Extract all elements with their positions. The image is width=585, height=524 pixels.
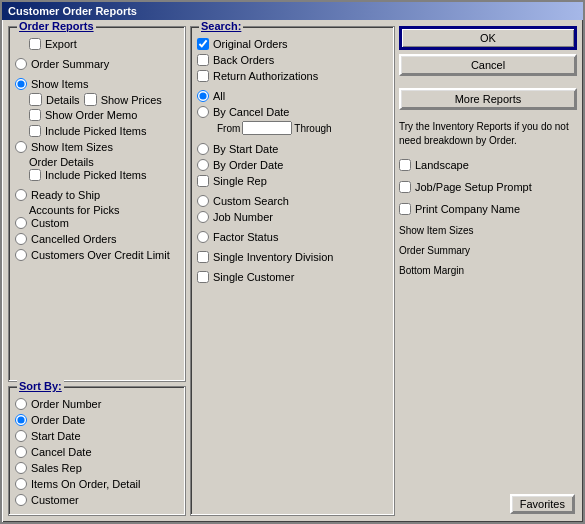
- include-picked-items-2-checkbox[interactable]: [29, 169, 41, 181]
- by-start-date-radio-item: By Start Date: [197, 142, 388, 156]
- single-customer-label: Single Customer: [213, 270, 294, 284]
- by-start-date-radio[interactable]: [197, 143, 209, 155]
- single-inventory-division-row: Single Inventory Division: [197, 250, 388, 264]
- order-date-radio[interactable]: [15, 414, 27, 426]
- sort-by-group: Sort By: Order Number Order Date Start D…: [8, 386, 186, 516]
- order-number-radio[interactable]: [15, 398, 27, 410]
- items-on-order-radio-item: Items On Order, Detail: [15, 477, 179, 491]
- back-orders-row: Back Orders: [197, 53, 388, 67]
- search-label: Search:: [199, 20, 243, 32]
- from-input[interactable]: [242, 121, 292, 135]
- show-item-sizes-radio[interactable]: [15, 141, 27, 153]
- start-date-radio[interactable]: [15, 430, 27, 442]
- order-date-label: Order Date: [31, 413, 85, 427]
- items-on-order-radio[interactable]: [15, 478, 27, 490]
- customers-over-credit-radio[interactable]: [15, 249, 27, 261]
- left-panel: Order Reports Export Order Summary: [8, 26, 186, 516]
- job-number-radio[interactable]: [197, 211, 209, 223]
- cancel-date-radio[interactable]: [15, 446, 27, 458]
- bottom-margin-static: Bottom Margin: [399, 264, 577, 278]
- order-summary-static: Order Summary: [399, 244, 577, 258]
- show-item-sizes-label: Show Item Sizes: [31, 140, 113, 154]
- cancelled-orders-radio-item: Cancelled Orders: [15, 232, 179, 246]
- right-panel: OK Cancel More Reports Try the Inventory…: [399, 26, 577, 516]
- landscape-label: Landscape: [415, 158, 469, 172]
- show-items-radio-item: Show Items: [15, 77, 179, 91]
- export-label: Export: [45, 37, 77, 51]
- job-number-label: Job Number: [213, 210, 273, 224]
- cancelled-orders-radio[interactable]: [15, 233, 27, 245]
- factor-status-radio[interactable]: [197, 231, 209, 243]
- customer-label: Customer: [31, 493, 79, 507]
- custom-radio[interactable]: [15, 217, 27, 229]
- by-order-date-radio-item: By Order Date: [197, 158, 388, 172]
- by-cancel-date-radio-item: By Cancel Date: [197, 105, 388, 119]
- single-customer-checkbox[interactable]: [197, 271, 209, 283]
- print-company-name-checkbox[interactable]: [399, 203, 411, 215]
- custom-search-radio-item: Custom Search: [197, 194, 388, 208]
- single-inventory-checkbox[interactable]: [197, 251, 209, 263]
- middle-panel: Search: Original Orders Back Orders Retu…: [190, 26, 395, 516]
- landscape-row: Landscape: [399, 158, 577, 172]
- by-order-date-radio[interactable]: [197, 159, 209, 171]
- single-rep-checkbox[interactable]: [197, 175, 209, 187]
- order-summary-radio[interactable]: [15, 58, 27, 70]
- all-label: All: [213, 89, 225, 103]
- custom-search-radio[interactable]: [197, 195, 209, 207]
- original-orders-checkbox[interactable]: [197, 38, 209, 50]
- ok-button[interactable]: OK: [399, 26, 577, 50]
- customer-radio[interactable]: [15, 494, 27, 506]
- original-orders-row: Original Orders: [197, 37, 388, 51]
- custom-radio-item: Custom: [15, 216, 179, 230]
- print-company-name-row: Print Company Name: [399, 202, 577, 216]
- all-radio[interactable]: [197, 90, 209, 102]
- more-reports-button[interactable]: More Reports: [399, 88, 577, 110]
- export-checkbox-row: Export: [29, 37, 77, 51]
- custom-label: Custom: [31, 216, 69, 230]
- show-prices-checkbox[interactable]: [84, 93, 97, 106]
- details-checkbox[interactable]: [29, 93, 42, 106]
- by-cancel-date-radio[interactable]: [197, 106, 209, 118]
- job-number-radio-item: Job Number: [197, 210, 388, 224]
- info-text: Try the Inventory Reports if you do not …: [399, 116, 577, 152]
- include-picked-items-1-checkbox[interactable]: [29, 125, 41, 137]
- by-start-date-label: By Start Date: [213, 142, 278, 156]
- favorites-button[interactable]: Favorites: [510, 494, 575, 514]
- original-orders-label: Original Orders: [213, 37, 288, 51]
- title-bar: Customer Order Reports: [2, 2, 583, 20]
- show-items-radio[interactable]: [15, 78, 27, 90]
- single-rep-row: Single Rep: [197, 174, 388, 188]
- job-page-setup-checkbox[interactable]: [399, 181, 411, 193]
- action-buttons: OK Cancel: [399, 26, 577, 80]
- start-date-label: Start Date: [31, 429, 81, 443]
- show-items-label: Show Items: [31, 77, 88, 91]
- order-reports-group: Order Reports Export Order Summary: [8, 26, 186, 382]
- cancel-date-label: Cancel Date: [31, 445, 92, 459]
- landscape-checkbox[interactable]: [399, 159, 411, 171]
- job-page-setup-row: Job/Page Setup Prompt: [399, 180, 577, 194]
- order-summary-radio-item: Order Summary: [15, 57, 179, 71]
- all-radio-item: All: [197, 89, 388, 103]
- cancelled-orders-label: Cancelled Orders: [31, 232, 117, 246]
- show-order-memo-checkbox[interactable]: [29, 109, 41, 121]
- show-item-sizes-static: Show Item Sizes: [399, 224, 577, 238]
- back-orders-checkbox[interactable]: [197, 54, 209, 66]
- ready-to-ship-radio-item: Ready to Ship: [15, 188, 179, 202]
- from-label: From: [217, 123, 240, 134]
- include-picked-items-2-label: Include Picked Items: [45, 168, 147, 182]
- sales-rep-radio[interactable]: [15, 462, 27, 474]
- single-rep-label: Single Rep: [213, 174, 267, 188]
- by-cancel-date-label: By Cancel Date: [213, 105, 289, 119]
- export-checkbox[interactable]: [29, 38, 41, 50]
- order-number-radio-item: Order Number: [15, 397, 179, 411]
- cancel-button[interactable]: Cancel: [399, 54, 577, 76]
- single-customer-row: Single Customer: [197, 270, 388, 284]
- sort-by-title: Sort By:: [17, 380, 64, 392]
- ready-to-ship-radio[interactable]: [15, 189, 27, 201]
- start-date-radio-item: Start Date: [15, 429, 179, 443]
- order-reports-label: Order Reports: [17, 20, 96, 32]
- items-on-order-label: Items On Order, Detail: [31, 477, 140, 491]
- return-auth-checkbox[interactable]: [197, 70, 209, 82]
- search-group: Search: Original Orders Back Orders Retu…: [190, 26, 395, 516]
- by-order-date-label: By Order Date: [213, 158, 283, 172]
